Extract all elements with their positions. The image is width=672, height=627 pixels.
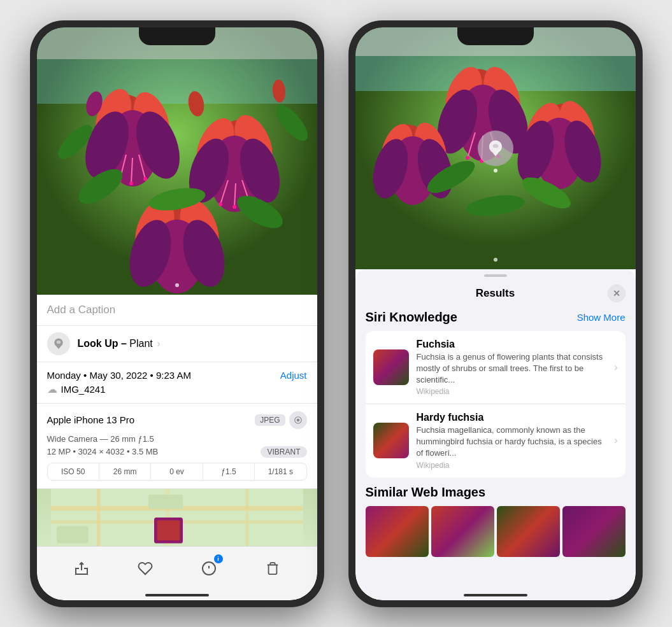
results-title: Results	[383, 287, 608, 300]
hardy-thumbnail	[373, 423, 409, 458]
fuchsia-source: Wikipedia	[417, 387, 607, 396]
badges: JPEG	[255, 411, 306, 429]
similar-image-3[interactable]	[497, 506, 560, 557]
hardy-name: Hardy fuchsia	[417, 412, 607, 423]
map-section[interactable]	[37, 489, 317, 546]
cloud-icon: ☁	[47, 383, 57, 395]
svg-point-65	[466, 156, 469, 160]
svg-point-84	[492, 144, 498, 148]
svg-point-13	[143, 177, 147, 181]
results-header: Results ✕	[355, 279, 636, 310]
siri-knowledge-header: Siri Knowledge Show More	[366, 310, 626, 325]
similar-image-1[interactable]	[366, 506, 429, 557]
exif-aperture: ƒ1.5	[203, 463, 255, 480]
fuchsia-name: Fuchsia	[417, 339, 607, 350]
results-content: Siri Knowledge Show More Fuchsia Fuchsia…	[355, 310, 636, 600]
phone-2-screen: Results ✕ Siri Knowledge Show More	[355, 27, 636, 600]
similar-images	[366, 506, 626, 557]
fuchsia-text: Fuchsia Fuchsia is a genus of flowering …	[417, 339, 607, 397]
caption-placeholder: Add a Caption	[47, 304, 116, 316]
svg-point-23	[218, 202, 222, 206]
svg-point-12	[129, 181, 133, 185]
hardy-chevron: ›	[614, 435, 617, 446]
close-button[interactable]: ✕	[608, 285, 626, 302]
hardy-desc: Fuchsia magellanica, commonly known as t…	[417, 425, 607, 460]
notch-1	[139, 27, 215, 45]
share-button[interactable]	[69, 556, 94, 581]
delete-button[interactable]	[260, 556, 285, 581]
lookup-row[interactable]: Look Up – Plant ›	[37, 326, 317, 362]
phone-1: Add a Caption Look Up – Plant ›	[31, 21, 324, 607]
flower-photo-1[interactable]	[37, 27, 317, 295]
camera-spec: Wide Camera — 26 mm ƒ1.5	[47, 434, 307, 444]
exif-iso: ISO 50	[48, 463, 99, 480]
filename: IMG_4241	[61, 384, 106, 395]
similar-title: Similar Web Images	[366, 485, 626, 500]
phone-2: Results ✕ Siri Knowledge Show More	[349, 21, 642, 607]
svg-rect-51	[148, 495, 183, 509]
similar-image-4[interactable]	[562, 506, 626, 557]
similar-image-2[interactable]	[431, 506, 494, 557]
results-sheet: Results ✕ Siri Knowledge Show More	[355, 269, 636, 600]
svg-point-24	[232, 205, 236, 209]
home-indicator-1	[145, 594, 209, 596]
exif-focal: 26 mm	[99, 463, 151, 480]
flower-photo-2[interactable]	[355, 27, 636, 269]
lookup-label: Look Up – Plant ›	[78, 338, 161, 349]
exif-row: ISO 50 26 mm 0 ev ƒ1.5 1/181 s	[47, 463, 307, 481]
exif-ev: 0 ev	[151, 463, 203, 480]
info-button[interactable]: i	[196, 556, 222, 581]
knowledge-item-hardy[interactable]: Hardy fuchsia Fuchsia magellanica, commo…	[366, 404, 626, 477]
svg-rect-47	[97, 489, 100, 546]
svg-rect-53	[157, 520, 180, 540]
svg-rect-49	[246, 489, 249, 546]
like-button[interactable]	[132, 556, 158, 581]
similar-section: Similar Web Images	[366, 485, 626, 557]
exif-shutter: 1/181 s	[255, 463, 306, 480]
location-badge	[289, 411, 307, 429]
home-indicator-2	[464, 594, 527, 596]
fuchsia-chevron: ›	[614, 362, 617, 373]
toolbar: i	[37, 546, 317, 600]
lookup-dot	[494, 169, 497, 173]
camera-model: Apple iPhone 13 Pro	[47, 414, 135, 425]
sheet-handle	[484, 274, 507, 277]
date-text: Monday • May 30, 2022 • 9:23 AM	[47, 370, 191, 381]
fuchsia-desc: Fuchsia is a genus of flowering plants t…	[417, 351, 607, 386]
adjust-btn[interactable]: Adjust	[280, 370, 307, 381]
knowledge-card: Fuchsia Fuchsia is a genus of flowering …	[366, 331, 626, 477]
hardy-text: Hardy fuchsia Fuchsia magellanica, commo…	[417, 412, 607, 470]
svg-point-43	[296, 418, 299, 421]
camera-section: Apple iPhone 13 Pro JPEG Wide Camera — 2…	[37, 404, 317, 489]
vibrant-badge: VIBRANT	[261, 446, 306, 458]
fuchsia-thumbnail	[373, 349, 409, 385]
mp-info: 12 MP • 3024 × 4032 • 3.5 MB	[47, 447, 159, 456]
siri-knowledge-title: Siri Knowledge	[366, 310, 457, 325]
metadata-section: Monday • May 30, 2022 • 9:23 AM Adjust ☁…	[37, 362, 317, 404]
phones-container: Add a Caption Look Up – Plant ›	[31, 21, 642, 607]
info-badge: i	[214, 554, 223, 563]
hardy-source: Wikipedia	[417, 461, 607, 470]
visual-lookup-button[interactable]	[478, 130, 513, 166]
show-more-button[interactable]: Show More	[577, 312, 626, 323]
caption-area[interactable]: Add a Caption	[37, 295, 317, 326]
svg-point-41	[56, 341, 61, 344]
phone-1-screen: Add a Caption Look Up – Plant ›	[37, 27, 317, 600]
format-badge: JPEG	[255, 414, 285, 426]
notch-2	[457, 27, 534, 45]
lookup-icon	[47, 332, 70, 355]
knowledge-item-fuchsia[interactable]: Fuchsia Fuchsia is a genus of flowering …	[366, 331, 626, 405]
svg-rect-50	[57, 526, 89, 543]
